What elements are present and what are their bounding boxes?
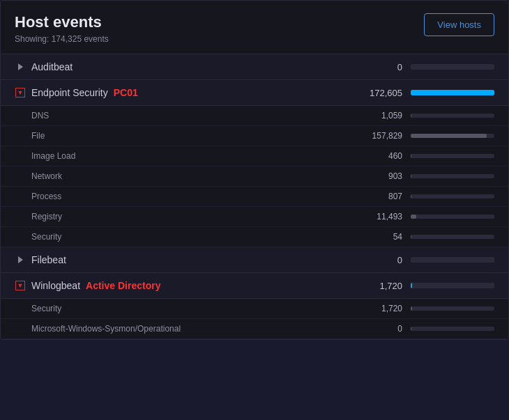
- group-bar-filebeat: [411, 257, 494, 263]
- group-row-winlogbeat[interactable]: ▼WinlogbeatActive Directory1,720: [1, 273, 508, 299]
- group-bar-winlogbeat: [411, 283, 494, 288]
- sub-row[interactable]: File157,829: [1, 126, 508, 146]
- sub-label: DNS: [31, 111, 347, 120]
- sub-count: 54: [347, 232, 402, 242]
- sub-label: Process: [31, 192, 347, 201]
- sub-count: 1,720: [347, 304, 402, 313]
- group-label-filebeat: Filebeat: [31, 254, 347, 265]
- group-bar-endpoint-security: [411, 90, 494, 95]
- group-row-endpoint-security[interactable]: ▼Endpoint SecurityPC01172,605: [1, 80, 508, 106]
- sub-count: 11,493: [347, 212, 402, 221]
- sub-label: Security: [31, 232, 347, 242]
- chevron-icon-winlogbeat: ▼: [15, 280, 26, 291]
- chevron-icon-auditbeat: [15, 61, 26, 72]
- sub-row[interactable]: Security54: [1, 227, 508, 247]
- group-label-endpoint-security: Endpoint SecurityPC01: [31, 87, 347, 98]
- sub-row[interactable]: Image Load460: [1, 146, 508, 166]
- sub-bar: [411, 327, 494, 331]
- group-row-filebeat[interactable]: Filebeat0: [1, 247, 508, 273]
- group-count-auditbeat: 0: [347, 62, 402, 72]
- sub-label: File: [31, 131, 347, 141]
- sub-label: Image Load: [31, 151, 347, 161]
- sub-bar: [411, 174, 494, 178]
- sub-row[interactable]: DNS1,059: [1, 106, 508, 126]
- chevron-icon-endpoint-security: ▼: [15, 87, 26, 98]
- showing-count: Showing: 174,325 events: [15, 34, 109, 44]
- sub-row[interactable]: Security1,720: [1, 299, 508, 319]
- sub-bar: [411, 215, 494, 219]
- sub-row[interactable]: Microsoft-Windows-Sysmon/Operational0: [1, 319, 508, 339]
- group-label-winlogbeat: WinlogbeatActive Directory: [31, 280, 347, 291]
- sub-count: 460: [347, 151, 402, 161]
- sub-bar: [411, 306, 494, 311]
- sub-row[interactable]: Network903: [1, 166, 508, 187]
- sub-count: 0: [347, 324, 402, 334]
- sub-count: 807: [347, 192, 402, 201]
- sub-count: 157,829: [347, 131, 402, 141]
- sub-bar: [411, 235, 494, 239]
- sub-label: Network: [31, 171, 347, 181]
- chevron-icon-filebeat: [15, 254, 26, 265]
- sub-bar: [411, 134, 494, 138]
- sub-row[interactable]: Registry11,493: [1, 207, 508, 227]
- header-left: Host events Showing: 174,325 events: [15, 13, 109, 44]
- page-title: Host events: [15, 13, 109, 31]
- view-hosts-button[interactable]: View hosts: [424, 13, 494, 36]
- sub-row[interactable]: Process807: [1, 187, 508, 207]
- sub-bar: [411, 114, 494, 118]
- group-bar-auditbeat: [411, 64, 494, 70]
- host-events-panel: Host events Showing: 174,325 events View…: [0, 0, 509, 340]
- sub-bar: [411, 154, 494, 158]
- groups-container: Auditbeat0▼Endpoint SecurityPC01172,605D…: [1, 54, 508, 339]
- sub-label: Microsoft-Windows-Sysmon/Operational: [31, 324, 347, 334]
- panel-header: Host events Showing: 174,325 events View…: [1, 1, 508, 54]
- sub-label: Registry: [31, 212, 347, 221]
- sub-count: 1,059: [347, 111, 402, 120]
- group-count-filebeat: 0: [347, 255, 402, 265]
- sub-label: Security: [31, 304, 347, 313]
- group-count-winlogbeat: 1,720: [347, 281, 402, 291]
- group-highlight-endpoint-security: PC01: [114, 87, 138, 98]
- sub-count: 903: [347, 171, 402, 181]
- group-label-auditbeat: Auditbeat: [31, 61, 347, 72]
- group-row-auditbeat[interactable]: Auditbeat0: [1, 54, 508, 80]
- sub-bar: [411, 194, 494, 199]
- group-highlight-winlogbeat: Active Directory: [86, 280, 160, 291]
- group-count-endpoint-security: 172,605: [347, 88, 402, 98]
